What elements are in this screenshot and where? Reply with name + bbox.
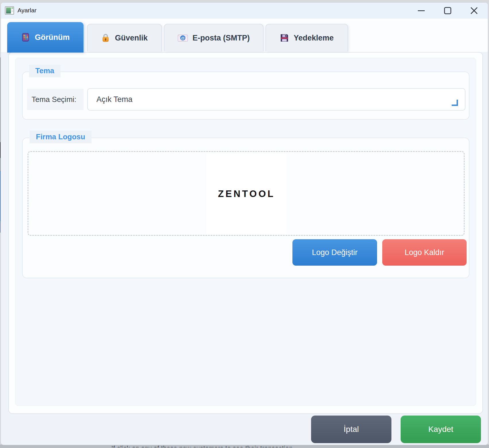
- svg-text:@: @: [181, 36, 185, 40]
- maximize-button[interactable]: [439, 4, 456, 17]
- email-icon: @: [178, 34, 188, 42]
- close-button[interactable]: [466, 4, 482, 17]
- theme-select-label: Tema Seçimi:: [27, 89, 84, 110]
- app-icon: [5, 6, 15, 16]
- minimize-icon: [418, 7, 425, 14]
- logo-dropzone: ZENTOOL: [28, 151, 465, 236]
- company-logo-text: ZENTOOL: [218, 188, 275, 199]
- tab-gorunum[interactable]: Görünüm: [7, 22, 84, 53]
- company-logo-image: ZENTOOL: [206, 154, 287, 234]
- lock-icon: [101, 33, 110, 43]
- theme-groupbox: Tema Tema Seçimi: Açık Tema: [22, 72, 469, 120]
- minimize-button[interactable]: [413, 4, 430, 17]
- company-logo-groupbox: Firma Logosu ZENTOOL Logo Değiştir Logo …: [22, 138, 469, 278]
- tab-label: Görünüm: [35, 33, 70, 42]
- window-title: Ayarlar: [18, 7, 36, 14]
- tab-yedekleme[interactable]: Yedekleme: [265, 24, 348, 51]
- color-grid-icon: [21, 33, 30, 42]
- logo-group-legend: Firma Logosu: [30, 131, 92, 143]
- settings-scroll-area: Tema Tema Seçimi: Açık Tema Firma Logosu…: [15, 58, 476, 406]
- titlebar: Ayarlar: [1, 3, 488, 19]
- close-icon: [470, 7, 478, 14]
- dropdown-corner-icon: [452, 100, 458, 106]
- tab-label: Yedekleme: [294, 34, 334, 43]
- tab-label: Güvenlik: [115, 34, 148, 43]
- theme-combobox-value: Açık Tema: [96, 95, 133, 104]
- tab-content-pane: Tema Tema Seçimi: Açık Tema Firma Logosu…: [8, 52, 483, 414]
- save-button[interactable]: Kaydet: [401, 416, 481, 443]
- floppy-disk-icon: [280, 33, 289, 43]
- remove-logo-button[interactable]: Logo Kaldır: [382, 239, 467, 266]
- change-logo-button[interactable]: Logo Değiştir: [292, 239, 377, 266]
- tab-label: E-posta (SMTP): [193, 34, 250, 43]
- tab-guvenlik[interactable]: Güvenlik: [87, 24, 162, 51]
- maximize-icon: [444, 7, 451, 14]
- settings-dialog: Ayarlar: [1, 2, 488, 445]
- tab-eposta-smtp[interactable]: @ E-posta (SMTP): [164, 24, 263, 51]
- theme-group-legend: Tema: [29, 65, 61, 77]
- theme-combobox[interactable]: Açık Tema: [87, 88, 465, 111]
- cancel-button[interactable]: İptal: [311, 416, 391, 443]
